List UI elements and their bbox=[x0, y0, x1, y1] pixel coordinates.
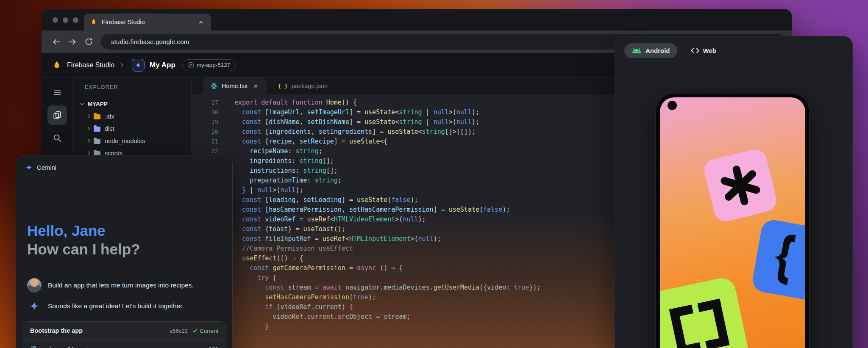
platform-toggle: Android Web bbox=[624, 42, 719, 59]
code-text: const [hasCameraPermission, setHasCamera… bbox=[218, 205, 510, 215]
gemini-sparkle-icon bbox=[25, 164, 33, 171]
url-text: studio.firebase.google.com bbox=[111, 38, 189, 45]
tree-item-label: dist bbox=[105, 125, 114, 132]
line-number: 20 bbox=[192, 127, 218, 137]
app-icon bbox=[132, 59, 145, 72]
editor-tab-label: package.json bbox=[292, 83, 328, 89]
spark-icon bbox=[135, 62, 142, 69]
window-close-button[interactable] bbox=[53, 17, 58, 23]
back-button[interactable] bbox=[48, 34, 64, 50]
forward-button[interactable] bbox=[64, 34, 81, 50]
browser-tab-strip: Firebase Studio bbox=[42, 9, 792, 30]
code-text: export default function Home() { bbox=[218, 98, 357, 108]
code-text: const [imageUrl, setImageUrl] = useState… bbox=[218, 108, 479, 117]
web-toggle-button[interactable]: Web bbox=[688, 43, 719, 58]
tab-close-icon[interactable] bbox=[251, 82, 260, 90]
tree-items: .idxdistnode_modulesscripts bbox=[73, 110, 191, 159]
tree-item-node-modules[interactable]: node_modules bbox=[73, 135, 191, 147]
code-text: ingredients: string[]; bbox=[218, 156, 334, 166]
gemini-greeting: Hello, Jane How can I help? bbox=[27, 221, 140, 259]
task-card: Bootstrap the app a56c23 Current src/pag… bbox=[23, 321, 225, 348]
app-id-badge[interactable]: my-app-5127 bbox=[182, 59, 236, 71]
code-text: const [ingredients, setIngredients] = us… bbox=[218, 127, 476, 137]
chevron-right-icon bbox=[86, 151, 90, 155]
code-text: const [recipe, setRecipe] = useState<{ bbox=[218, 137, 387, 146]
explorer-button[interactable] bbox=[47, 105, 67, 125]
gemini-panel: Gemini Hello, Jane How can I help? Build… bbox=[16, 155, 233, 348]
react-icon bbox=[30, 345, 37, 348]
line-number: 18 bbox=[192, 108, 218, 117]
brand-title: Firebase Studio bbox=[67, 61, 114, 69]
brackets-icon bbox=[669, 298, 729, 348]
code-brackets-icon bbox=[691, 48, 699, 53]
window-controls[interactable] bbox=[53, 17, 78, 23]
forward-icon bbox=[68, 37, 77, 47]
blue-tile bbox=[751, 218, 805, 302]
user-message-row: Build an app that lets me turn images in… bbox=[27, 278, 224, 293]
code-text: const [dishName, setDishName] = useState… bbox=[218, 117, 479, 127]
task-card-header[interactable]: Bootstrap the app a56c23 Current bbox=[23, 322, 225, 340]
menu-button[interactable] bbox=[47, 83, 67, 102]
editor-tab-home-tsx[interactable]: Home.tsx bbox=[203, 77, 267, 94]
app-id-text: my-app-5127 bbox=[197, 62, 231, 68]
editor-tab-package-json[interactable]: { } package.json bbox=[271, 77, 334, 94]
search-button[interactable] bbox=[47, 128, 67, 148]
folder-icon bbox=[94, 139, 100, 144]
search-icon bbox=[53, 133, 62, 143]
changed-file-row[interactable]: src/pages/Home.tsx +122 bbox=[23, 340, 225, 348]
chevron-right-icon bbox=[86, 127, 90, 131]
browser-tab-title: Firebase Studio bbox=[102, 19, 192, 25]
tree-root-myapp[interactable]: MYAPP bbox=[73, 99, 191, 110]
gemini-header: Gemini bbox=[25, 164, 56, 171]
gemini-title: Gemini bbox=[37, 164, 56, 171]
asterisk-icon bbox=[715, 160, 766, 211]
folder-icon bbox=[94, 114, 100, 119]
line-number: 21 bbox=[192, 137, 218, 146]
hamburger-icon bbox=[53, 88, 61, 97]
tree-item-dist[interactable]: dist bbox=[73, 122, 191, 135]
code-text: //Camera Permission useEffect bbox=[218, 244, 353, 254]
browser-tab[interactable]: Firebase Studio bbox=[84, 14, 211, 30]
editor-tab-label: Home.tsx bbox=[222, 83, 248, 89]
tab-close-icon[interactable] bbox=[197, 18, 205, 26]
code-text: const stream = await navigator.mediaDevi… bbox=[218, 283, 541, 293]
android-toggle-button[interactable]: Android bbox=[624, 43, 677, 58]
phone-screen bbox=[660, 97, 805, 348]
chevron-right-icon bbox=[86, 114, 90, 119]
window-minimize-button[interactable] bbox=[63, 17, 68, 23]
line-number: 19 bbox=[192, 117, 218, 127]
commit-hash: a56c23 bbox=[170, 328, 188, 334]
curly-brace-icon bbox=[767, 232, 799, 286]
code-text: const getCameraPermission = async () ⇒ { bbox=[218, 263, 403, 273]
explorer-title: EXPLORER bbox=[73, 84, 191, 90]
code-text: const videoRef = useRef<HTMLVideoElement… bbox=[218, 215, 426, 224]
code-text: const {toast} = useToast(); bbox=[218, 224, 345, 234]
gemini-sparkle-icon bbox=[29, 301, 39, 311]
task-title: Bootstrap the app bbox=[30, 327, 165, 334]
line-number: 17 bbox=[192, 98, 218, 108]
firebase-favicon bbox=[90, 18, 97, 26]
user-message-text: Build an app that lets me turn images in… bbox=[48, 282, 194, 289]
folder-icon bbox=[94, 127, 100, 132]
android-icon bbox=[632, 47, 642, 54]
code-text: videoRef.current.srcObject = stream; bbox=[218, 312, 410, 322]
camera-punch-hole bbox=[668, 101, 677, 110]
files-icon bbox=[53, 110, 62, 120]
code-text: if (videoRef.current) { bbox=[218, 302, 353, 312]
file-path: src/pages/Home.tsx bbox=[42, 346, 201, 348]
code-text: const fileInputRef = useRef<HTMLInputEle… bbox=[218, 234, 441, 244]
tree-item-label: node_modules bbox=[105, 138, 145, 144]
status-text: Current bbox=[200, 328, 218, 334]
tree-item--idx[interactable]: .idx bbox=[73, 110, 191, 122]
tree-root-label: MYAPP bbox=[88, 101, 108, 107]
code-text: recipeName: string; bbox=[218, 146, 323, 156]
web-label: Web bbox=[703, 47, 716, 54]
chevron-down-icon bbox=[80, 101, 84, 105]
reload-button[interactable] bbox=[81, 34, 97, 50]
device-preview-panel: Android Web bbox=[615, 36, 853, 348]
file-tree: MYAPP .idxdistnode_modulesscripts bbox=[73, 99, 191, 159]
code-text: setHasCameraPermission(true); bbox=[218, 293, 376, 302]
diff-count: +122 bbox=[206, 346, 218, 348]
window-maximize-button[interactable] bbox=[73, 17, 78, 23]
green-tile bbox=[660, 276, 751, 348]
